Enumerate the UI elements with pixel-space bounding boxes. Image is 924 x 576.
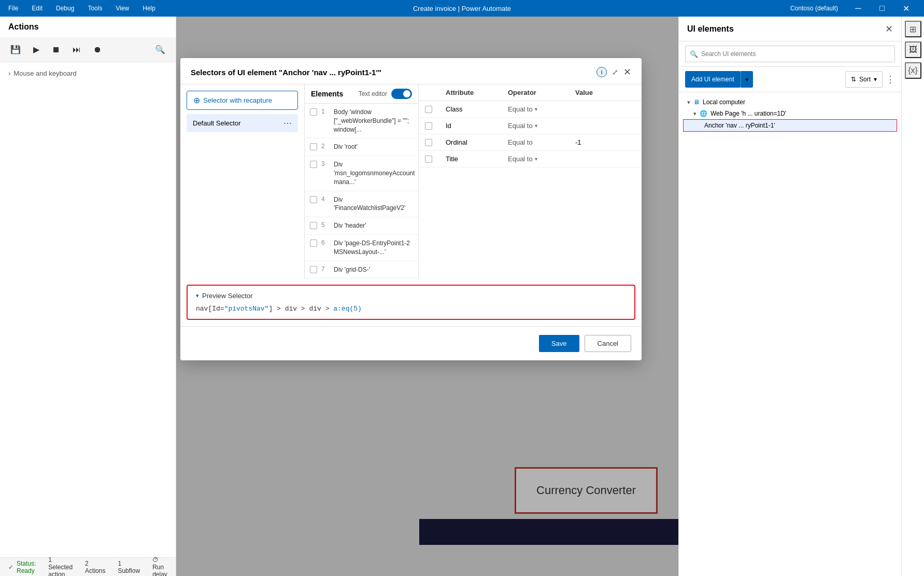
menu-file[interactable]: File [6,4,20,13]
globe-icon: 🌐 [700,110,707,117]
text-editor-label: Text editor [359,90,387,97]
element-list-item[interactable]: 2 Div 'root' [305,138,418,156]
run-delay-label: ⏱ Run delay [152,556,167,577]
element-checkbox[interactable] [310,266,317,273]
layers-icon-button[interactable]: ⊞ [905,21,921,37]
section-label: Mouse and keyboard [13,69,76,77]
selector-with-recapture-button[interactable]: ⊕ Selector with recapture [187,91,298,110]
web-page-item[interactable]: ▾ 🌐 Web Page 'h ... uration=1D' [683,108,897,119]
add-ui-element-button[interactable]: Add UI element [685,71,741,88]
element-number: 6 [321,239,330,246]
attr-operator[interactable]: Equal to ▾ [508,122,575,130]
element-list-item[interactable]: 4 Div 'FinanceWatchlistPageV2' [305,191,418,218]
monitor-icon: 🖥 [693,99,700,106]
add-ui-toolbar: Add UI element ▾ ⇅ Sort ▾ ⋮ [679,67,901,92]
default-selector-item[interactable]: Default Selector ⋯ [187,114,298,132]
attr-checkbox[interactable] [425,106,432,113]
image-icon-button[interactable]: 🖼 [905,41,921,58]
menu-tools[interactable]: Tools [86,4,104,13]
sort-button[interactable]: ⇅ Sort ▾ [845,71,883,88]
save-button[interactable]: Save [539,335,579,352]
attr-operator[interactable]: Equal to ▾ [508,105,575,113]
selector-more-button[interactable]: ⋯ [283,118,292,128]
text-editor-toggle[interactable] [391,89,412,99]
element-checkbox[interactable] [310,222,317,229]
element-checkbox[interactable] [310,108,317,116]
modal-sidebar: ⊕ Selector with recapture Default Select… [180,85,305,278]
save-toolbar-button[interactable]: 💾 [6,43,25,57]
operator-text: Equal to [508,122,533,130]
search-input[interactable] [701,50,890,58]
anchor-label: Anchor 'nav ... ryPoint1-1' [704,122,775,129]
modal-close-button[interactable]: ✕ [623,66,631,78]
elements-title: Elements [311,90,343,98]
local-computer-label: Local computer [703,99,745,106]
stop-button[interactable]: ⏹ [48,43,64,57]
operator-col-header: Operator [508,89,575,96]
attr-checkbox[interactable] [425,156,432,163]
sort-controls: ⇅ Sort ▾ ⋮ [845,71,895,88]
mouse-keyboard-section[interactable]: › Mouse and keyboard [4,66,172,80]
attr-checkbox[interactable] [425,139,432,146]
element-list-item[interactable]: 1 Body 'window ["_webWorkerBundle"] = ""… [305,104,418,138]
attribute-col-header: Attribute [446,89,508,96]
operator-text: Equal to [508,105,533,113]
minimize-button[interactable]: ─ [846,0,870,17]
element-checkbox[interactable] [310,161,317,168]
element-list-item[interactable]: 3 Div 'msn_logomsnmoneyAccount mana...' [305,156,418,191]
element-text: Div 'page-DS-EntryPoint1-2 MSNewsLayout-… [334,239,413,257]
attributes-table: Attribute Operator Value Class Equal to … [419,85,642,278]
ui-elements-close-button[interactable]: ✕ [885,23,893,35]
step-button[interactable]: ⏭ [68,43,85,57]
element-checkbox[interactable] [310,196,317,203]
modal-expand-button[interactable]: ⤢ [612,68,618,76]
chevron-down-icon: ▾ [687,99,690,106]
elements-panel: Elements Text editor 1 Body 'window ["_w… [305,85,419,278]
attr-operator[interactable]: Equal to [508,138,575,146]
ui-elements-panel: UI elements ✕ 🔍 Add UI element ▾ ⇅ Sort … [678,17,901,576]
element-list-item[interactable]: 6 Div 'page-DS-EntryPoint1-2 MSNewsLayou… [305,235,418,261]
attribute-row[interactable]: Ordinal Equal to -1 [419,134,642,151]
run-button[interactable]: ▶ [29,43,44,57]
modal-footer: Save Cancel [180,326,642,360]
chevron-down-preview-icon: ▾ [196,292,199,299]
element-text: Div 'msn_logomsnmoneyAccount mana...' [334,160,415,186]
record-button[interactable]: ⏺ [89,43,106,57]
modal-info-button[interactable]: i [596,67,607,77]
attribute-row[interactable]: Class Equal to ▾ [419,101,642,118]
menu-view[interactable]: View [113,4,131,13]
element-checkbox[interactable] [310,240,317,247]
attr-operator[interactable]: Equal to ▾ [508,155,575,163]
element-list-item[interactable]: 7 Div 'grid-DS-' [305,261,418,279]
menu-help[interactable]: Help [140,4,158,13]
attribute-row[interactable]: Id Equal to ▾ [419,118,642,134]
more-options-button[interactable]: ⋮ [886,74,895,85]
element-number: 1 [321,108,330,115]
variables-icon-button[interactable]: {x} [905,62,921,79]
search-toolbar-button[interactable]: 🔍 [151,43,169,57]
ui-tree: ▾ 🖥 Local computer ▾ 🌐 Web Page 'h ... u… [679,92,901,576]
element-text: Div 'FinanceWatchlistPageV2' [334,195,413,213]
status-text: Status: Ready [17,560,36,574]
element-checkbox[interactable] [310,143,317,150]
window-close-button[interactable]: ✕ [894,0,918,17]
cancel-button[interactable]: Cancel [585,335,631,352]
maximize-button[interactable]: □ [870,0,894,17]
search-box[interactable]: 🔍 [685,46,895,62]
local-computer-item[interactable]: ▾ 🖥 Local computer [683,96,897,108]
element-text: Div 'header' [334,221,366,230]
actions-panel: Actions 💾 ▶ ⏹ ⏭ ⏺ 🔍 › Mouse and keyboard… [0,17,176,576]
menu-edit[interactable]: Edit [30,4,45,13]
add-ui-element-dropdown[interactable]: ▾ [741,71,753,88]
selected-action-text: 1 Selected action [48,556,73,577]
sort-icon: ⇅ [851,76,856,83]
actions-toolbar: 💾 ▶ ⏹ ⏭ ⏺ 🔍 [0,37,176,62]
user-account[interactable]: Contoso (default) [790,5,838,12]
chevron-right-icon: › [8,69,10,77]
preview-selector-header[interactable]: ▾ Preview Selector [196,292,626,300]
anchor-item[interactable]: Anchor 'nav ... ryPoint1-1' [683,119,897,132]
attribute-row[interactable]: Title Equal to ▾ [419,151,642,167]
menu-debug[interactable]: Debug [54,4,76,13]
element-list-item[interactable]: 5 Div 'header' [305,217,418,235]
attr-checkbox[interactable] [425,122,432,130]
